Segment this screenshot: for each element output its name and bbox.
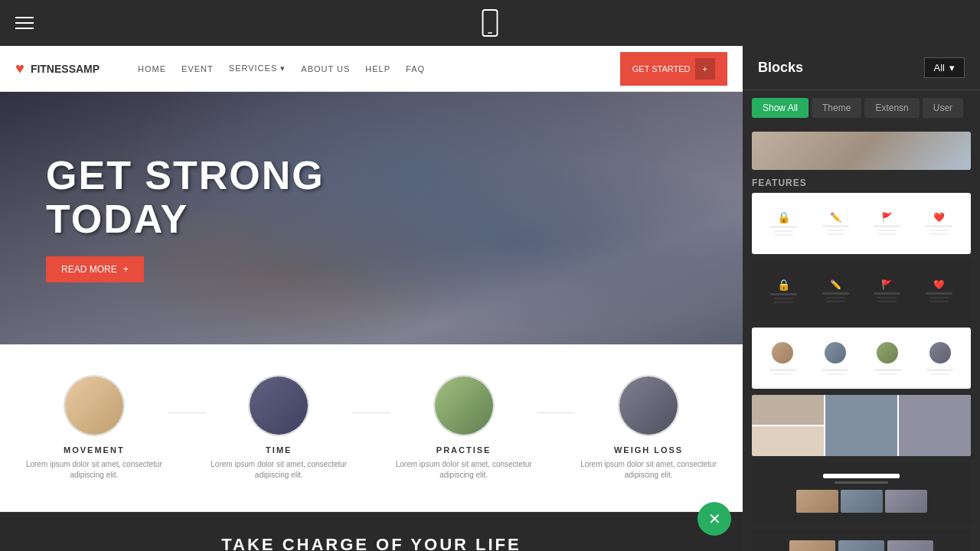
bc-bottom-img-3 [887,540,933,552]
canvas-area[interactable]: ♥ FITNESSAMP HOME EVENT SERVICES ABOUT U… [0,46,743,551]
bc-line-sm-3 [826,230,845,231]
feature-circle-4 [618,375,679,436]
all-dropdown[interactable]: All ▾ [924,57,965,78]
site-nav-links: HOME EVENT SERVICES ABOUT US HELP FAQ [138,64,597,73]
block-card-images[interactable] [752,395,971,456]
hero-title-line1: GET STRONG [46,154,325,197]
bc-dark-line-1 [770,293,797,295]
nav-services[interactable]: SERVICES [229,64,286,73]
tab-user[interactable]: User [923,98,963,118]
nav-faq[interactable]: FAQ [406,64,425,73]
phone-icon-wrap [481,9,499,37]
dropdown-arrow-icon: ▾ [949,62,955,73]
block-card-bottom[interactable] [752,530,971,551]
bc-person-2 [825,342,846,364]
svg-rect-1 [488,32,492,33]
nav-plus-icon: + [695,58,715,80]
read-more-label: READ MORE [61,264,117,275]
bc-dark-icon-edit: ✏️ [830,279,841,290]
nav-help[interactable]: HELP [365,64,390,73]
feature-practise: PRACTISE Lorem ipsum dolor sit amet, con… [395,375,533,481]
bc-line-sm-4 [826,233,845,235]
bc-line-sm-2 [774,234,793,236]
bc-person-col-4 [926,342,953,375]
bc-dark-line-sm-6 [877,301,897,302]
phone-icon [481,9,499,37]
bc-img-top-1 [752,395,824,425]
feature-circle-2 [248,375,309,436]
bc-person-1 [772,342,793,364]
close-fab-button[interactable]: ✕ [697,502,731,536]
feature-weigh-loss: WEIGH LOSS Lorem ipsum dolor sit amet, c… [580,375,717,481]
bc-person-4 [929,342,951,364]
bc-takeover-small-1 [796,490,838,513]
tab-extensn[interactable]: Extensn [864,98,919,118]
bc-bottom-row [789,540,933,552]
site-nav: ♥ FITNESSAMP HOME EVENT SERVICES ABOUT U… [0,46,743,92]
bc-person-3 [877,342,898,364]
read-more-button[interactable]: READ MORE + [46,256,144,282]
feature-label-2: TIME [266,445,292,455]
block-preview-features-dark: 🔒 ✏️ 🚩 [752,260,971,321]
blocks-list[interactable]: Features 🔒 ✏️ [743,126,980,551]
get-started-button[interactable]: GET STARTED + [620,52,727,86]
bc-line-4 [926,225,952,227]
bc-dark-line-sm-5 [877,297,897,298]
bc-dark-line-sm-8 [929,301,949,302]
bc-image-3 [899,395,971,456]
bc-dark-line-sm-2 [774,302,793,303]
bc-person-line-2 [822,369,848,371]
bc-person-sm-1 [773,373,792,375]
hero-btn-plus-icon: + [123,264,129,275]
nav-home[interactable]: HOME [138,64,166,73]
bc-person-line-4 [926,369,953,371]
bc-icon-lock: 🔒 [777,211,790,223]
top-block-image[interactable] [752,132,971,170]
all-dropdown-label: All [934,62,945,73]
bc-image-2 [825,395,897,456]
weigh-loss-image [619,377,678,435]
feature-label-4: WEIGH LOSS [614,445,683,455]
bc-person-sm-2 [825,373,844,375]
bc-dark-line-sm-1 [774,298,793,299]
nav-about[interactable]: ABOUT US [301,64,350,73]
bc-takeover-small-3 [885,490,927,513]
hamburger-icon[interactable] [15,17,34,29]
tab-show-all[interactable]: Show All [752,98,808,118]
takeover-title: TAKE CHARGE OF YOUR LIFE [15,535,727,551]
bc-person-col-2 [822,342,848,375]
bc-dark-col-1: 🔒 [770,279,797,303]
bc-dark-line-3 [874,292,900,295]
bc-takeover-title [823,474,900,478]
features-inner: MOVEMENT Lorem ipsum dolor sit amet, con… [23,375,720,481]
feature-time: TIME Lorem ipsum dolor sit amet, consect… [210,375,348,481]
block-card-features-white[interactable]: 🔒 ✏️ 🚩 [752,193,971,254]
bc-line-sm-1 [774,230,793,232]
block-card-features-dark[interactable]: 🔒 ✏️ 🚩 [752,260,971,321]
hero-title: GET STRONG TODAY [46,154,325,241]
feature-circle-3 [433,375,495,436]
bc-dark-icon-flag: 🚩 [881,279,893,290]
bc-image-col-1 [752,395,824,456]
bc-line-sm-8 [929,233,949,235]
bc-takeover-sub [835,481,888,484]
site-logo: ♥ FITNESSAMP [15,60,100,77]
tab-theme[interactable]: Theme [812,98,861,118]
bc-person-sm-3 [878,373,897,375]
get-started-label: GET STARTED [632,64,691,73]
movement-image [65,377,123,435]
svg-rect-0 [483,10,498,36]
block-card-takeover[interactable] [752,462,971,523]
bc-img-bot-1 [752,426,824,456]
block-card-people[interactable] [752,328,971,389]
bc-dark-line-2 [822,292,849,295]
bc-dark-line-4 [926,292,952,295]
feature-label-3: PRACTISE [436,445,492,455]
hero-title-line2: TODAY [46,197,325,241]
bc-line-2 [822,225,849,227]
bc-line-1 [770,226,797,228]
nav-event[interactable]: EVENT [181,64,214,73]
practise-image [435,377,493,435]
bc-person-line-3 [874,369,901,371]
site-preview: ♥ FITNESSAMP HOME EVENT SERVICES ABOUT U… [0,46,743,551]
